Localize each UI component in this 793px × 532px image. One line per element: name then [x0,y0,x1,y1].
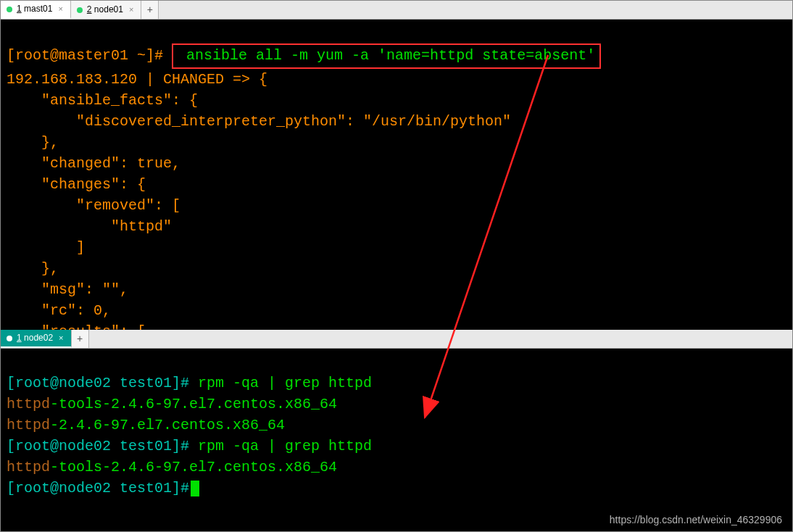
shell-prompt: [root@master01 ~]# [7,47,163,64]
status-dot-icon [7,7,12,12]
status-dot-icon [7,336,12,341]
tab-label: 2 node01 [87,4,123,16]
cursor-icon [191,481,199,496]
terminal-top[interactable]: [root@master01 ~]# ansible all -m yum -a… [1,20,792,330]
terminal-output: "changed": true, [7,155,180,172]
grep-match: httpd [7,396,50,412]
terminal-output: "removed": [ [7,197,180,214]
terminal-output: "ansible_facts": { [7,92,198,109]
tab-node01[interactable]: 2 node01 × [71,1,142,19]
terminal-output: }, [7,260,59,277]
terminal-command: ansible all -m yum -a 'name=httpd state=… [178,47,595,64]
tab-node02[interactable]: 1 node02 × [1,330,72,348]
terminal-output: 192.168.183.120 | CHANGED => { [7,71,267,88]
shell-prompt: [root@node02 test01]# [7,438,189,454]
close-icon[interactable]: × [128,4,135,16]
terminal-output: "results": [ [7,323,146,330]
add-tab-button[interactable]: + [72,330,89,348]
grep-match: httpd [7,417,50,433]
terminal-bottom[interactable]: [root@node02 test01]# rpm -qa | grep htt… [1,349,792,531]
terminal-output: ] [7,239,85,256]
terminal-output: "discovered_interpreter_python": "/usr/b… [7,113,511,130]
tab-label: 1 mast01 [17,3,52,15]
terminal-command: rpm -qa | grep httpd [189,438,372,454]
terminal-command: rpm -qa | grep httpd [189,375,372,391]
command-highlight-box: ansible all -m yum -a 'name=httpd state=… [172,43,601,69]
terminal-output: -2.4.6-97.el7.centos.x86_64 [50,417,285,433]
watermark: https://blog.csdn.net/weixin_46329906 [610,512,782,527]
terminal-output: "httpd" [7,218,172,235]
terminal-output: -tools-2.4.6-97.el7.centos.x86_64 [50,459,337,475]
top-tabbar: 1 mast01 × 2 node01 × + [1,1,792,20]
grep-match: httpd [7,459,50,475]
add-tab-button[interactable]: + [141,1,159,19]
terminal-output: }, [7,134,59,151]
tab-label: 1 node02 [17,332,53,344]
shell-prompt: [root@node02 test01]# [7,375,189,391]
bottom-tabbar: 1 node02 × + [1,330,792,349]
status-dot-icon [77,7,83,13]
terminal-output: "msg": "", [7,281,128,298]
tab-mast01[interactable]: 1 mast01 × [1,1,71,19]
terminal-output: -tools-2.4.6-97.el7.centos.x86_64 [50,396,337,412]
close-icon[interactable]: × [57,4,64,15]
terminal-output: "changes": { [7,176,146,193]
terminal-output: "rc": 0, [7,302,111,319]
shell-prompt: [root@node02 test01]# [7,480,189,496]
close-icon[interactable]: × [57,333,65,344]
